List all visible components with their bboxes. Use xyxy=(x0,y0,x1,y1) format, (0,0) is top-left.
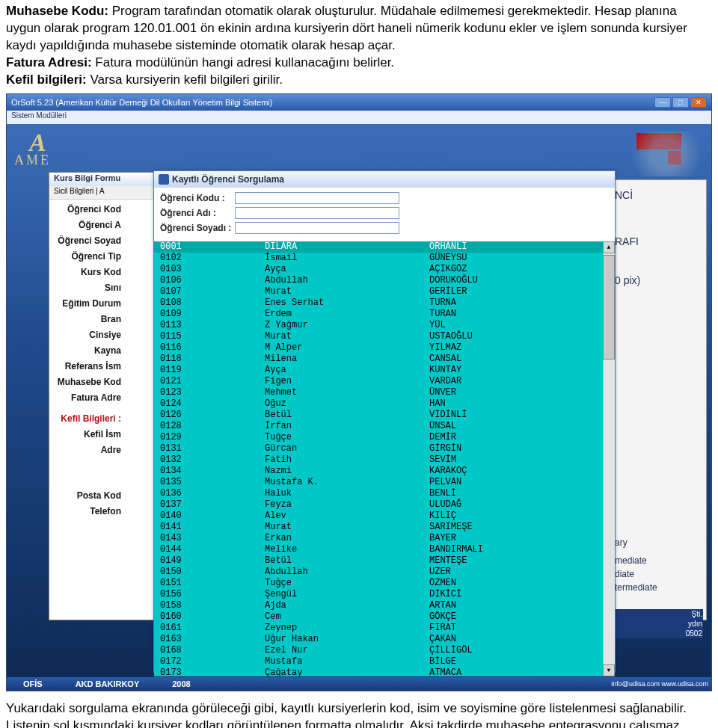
cell-name: Feyza xyxy=(265,499,429,510)
cell-name: Zeynep xyxy=(265,623,429,634)
cell-name: Murat xyxy=(265,331,429,342)
result-row[interactable]: 0128İrfanÜNSAL xyxy=(154,421,615,432)
cell-name: Ayça xyxy=(265,264,429,275)
doc-paragraph-bottom: Yukarıdaki sorgulama ekranında görüleceğ… xyxy=(0,697,718,728)
cell-code: 0118 xyxy=(160,354,265,365)
result-row[interactable]: 0108Enes SerhatTURNA xyxy=(154,297,615,309)
result-row[interactable]: 0126BetülVİDİNLİ xyxy=(154,410,615,421)
result-row[interactable]: 0103AyçaAÇIKGÖZ xyxy=(154,264,615,275)
label: Fatura Adre xyxy=(52,392,124,403)
result-row[interactable]: 0149BetülMENTEŞE xyxy=(154,555,615,567)
label: Eğitim Durum xyxy=(52,298,124,309)
input-ogrenci-kodu[interactable] xyxy=(235,192,399,204)
result-row[interactable]: 0144MelikeBANDIRMALI xyxy=(154,544,615,555)
cell-code: 0103 xyxy=(160,264,265,275)
result-row[interactable]: 0163Uğur HakanÇAKAN xyxy=(154,634,615,645)
cell-code: 0150 xyxy=(160,567,265,578)
cell-surname: USTAOĞLU xyxy=(429,331,609,342)
result-row[interactable]: 0141MuratSARIMEŞE xyxy=(154,522,615,533)
result-row[interactable]: 0156ŞengülDİKİCİ xyxy=(154,589,615,600)
result-row[interactable]: 0109ErdemTURAN xyxy=(154,309,615,320)
result-row[interactable]: 0173ÇağatayATMACA xyxy=(154,667,615,676)
cell-name: Abdullah xyxy=(265,275,429,286)
dialog-titlebar[interactable]: Kayıtlı Öğrenci Sorgulama xyxy=(154,171,615,188)
label: Öğrenci Kod xyxy=(52,204,124,215)
result-row[interactable]: 0136HalukBENLİ xyxy=(154,488,615,499)
result-row[interactable]: 0135Mustafa K.PELVAN xyxy=(154,477,615,488)
result-row[interactable]: 0116M AlperYILMAZ xyxy=(154,342,615,354)
result-row[interactable]: 0172MustafaBİLGE xyxy=(154,656,615,667)
label: Telefon xyxy=(52,506,124,516)
app-body: A AME NCİ RAFI 0 pix) ary mediate diate … xyxy=(7,124,711,677)
input-ogrenci-adi[interactable] xyxy=(235,207,399,219)
label-fatura: Fatura Adresi: xyxy=(6,55,92,70)
result-row[interactable]: 0129TuğçeDEMİR xyxy=(154,432,615,443)
result-row[interactable]: 0121FigenVARDAR xyxy=(154,376,615,387)
dialog-icon xyxy=(159,174,169,185)
cell-code: 0141 xyxy=(160,522,265,533)
cell-name: Erdem xyxy=(265,309,429,320)
label: Kurs Kod xyxy=(52,267,124,277)
result-row[interactable]: 0161ZeynepFIRAT xyxy=(154,623,615,634)
result-row[interactable]: 0132FatihSEVİM xyxy=(154,454,615,466)
result-row[interactable]: 0119AyçaKUNTAY xyxy=(154,365,615,376)
cell-name: Mustafa K. xyxy=(265,477,429,488)
result-row[interactable]: 0137FeyzaULUDAĞ xyxy=(154,499,615,510)
hero-image xyxy=(622,132,711,176)
cell-code: 0158 xyxy=(160,600,265,611)
result-row[interactable]: 0115MuratUSTAOĞLU xyxy=(154,331,615,342)
close-button[interactable]: ✕ xyxy=(690,97,707,108)
cell-name: Betül xyxy=(265,555,429,567)
cell-code: 0161 xyxy=(160,623,265,634)
minimize-button[interactable]: — xyxy=(654,97,671,108)
scroll-up-icon[interactable]: ▲ xyxy=(603,241,615,253)
cell-code: 0173 xyxy=(160,667,265,676)
result-row[interactable]: 0140AlevKILIÇ xyxy=(154,510,615,522)
result-list[interactable]: ▲ ▼ 0001DILARAORHANLI0102İsmailGÜNEYSU01… xyxy=(154,241,615,676)
cell-name: Milena xyxy=(265,354,429,365)
cell-code: 0128 xyxy=(160,421,265,432)
result-row[interactable]: 0143ErkanBAYER xyxy=(154,533,615,544)
cell-name: Ezel Nur xyxy=(265,645,429,656)
result-row[interactable]: 0107MuratGERİLER xyxy=(154,286,615,297)
footer-ofis: OFİS xyxy=(7,679,59,688)
cell-name: Şengül xyxy=(265,589,429,600)
result-row[interactable]: 0102İsmailGÜNEYSU xyxy=(154,253,615,264)
footer-year: 2008 xyxy=(156,679,206,688)
cell-surname: ÖZMEN xyxy=(429,578,609,589)
result-row[interactable]: 0106AbdullahDORUKOĞLU xyxy=(154,275,615,286)
scrollbar-thumb[interactable] xyxy=(603,255,615,360)
label: Öğrenci Soyad xyxy=(52,235,124,246)
result-row[interactable]: 0001DILARAORHANLI xyxy=(154,241,615,253)
result-row[interactable]: 0123MehmetÜNVER xyxy=(154,387,615,398)
cell-name: Tuğçe xyxy=(265,578,429,589)
result-row[interactable]: 0131GürcanGİRGİN xyxy=(154,443,615,454)
result-row[interactable]: 0158AjdaARTAN xyxy=(154,600,615,611)
cell-code: 0136 xyxy=(160,488,265,499)
app-menu[interactable]: Sistem Modülleri xyxy=(7,111,711,124)
cell-surname: DEMİR xyxy=(429,432,609,443)
input-ogrenci-soyadi[interactable] xyxy=(235,222,399,234)
cell-code: 0134 xyxy=(160,466,265,477)
cell-surname: VARDAR xyxy=(429,376,609,387)
result-row[interactable]: 0150AbdullahUZER xyxy=(154,567,615,578)
result-row[interactable]: 0113Z YağmurYÜL xyxy=(154,320,615,331)
cell-code: 0143 xyxy=(160,533,265,544)
cell-name: İsmail xyxy=(265,253,429,264)
maximize-button[interactable]: □ xyxy=(672,97,689,108)
cell-code: 0156 xyxy=(160,589,265,600)
status-bar: OFİS AKD BAKIRKOY 2008 info@udisa.com ww… xyxy=(7,677,711,691)
result-row[interactable]: 0124OğuzHAN xyxy=(154,398,615,410)
cell-surname: YÜL xyxy=(429,320,609,331)
result-row[interactable]: 0160CemGÖKÇE xyxy=(154,611,615,623)
result-row[interactable]: 0118MilenaCANSAL xyxy=(154,354,615,365)
cell-surname: ARTAN xyxy=(429,600,609,611)
cell-surname: PELVAN xyxy=(429,477,609,488)
cell-name: Nazmi xyxy=(265,466,429,477)
result-row[interactable]: 0151TuğçeÖZMEN xyxy=(154,578,615,589)
cell-name: Tuğçe xyxy=(265,432,429,443)
scroll-down-icon[interactable]: ▼ xyxy=(603,664,615,676)
cell-name: Murat xyxy=(265,522,429,533)
result-row[interactable]: 0134NazmiKARAKOÇ xyxy=(154,466,615,477)
result-row[interactable]: 0168Ezel NurÇİLLİGÖL xyxy=(154,645,615,656)
